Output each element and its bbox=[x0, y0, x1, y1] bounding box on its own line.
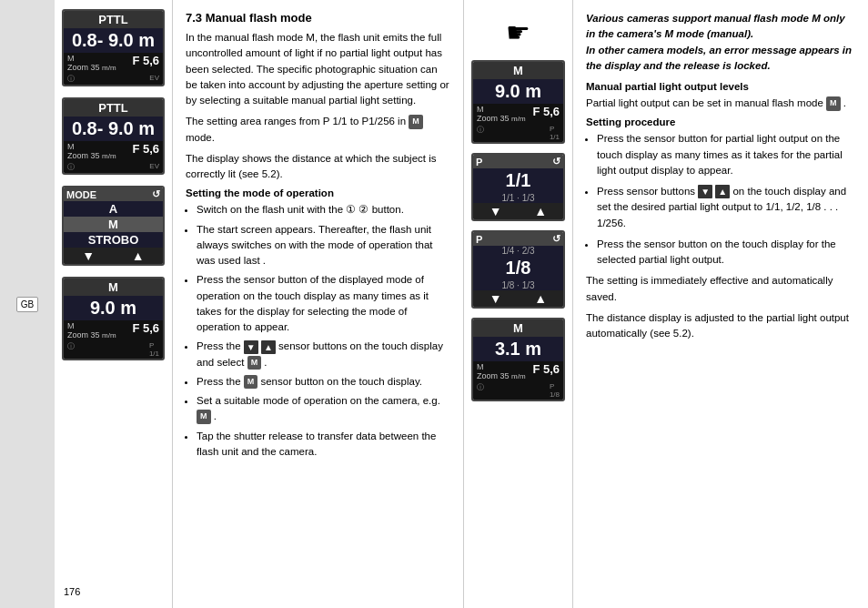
section-range: The setting area ranges from P 1/1 to P1… bbox=[186, 114, 450, 146]
m-right-bottom-bottom: MZoom 35 m/m F 5,6 bbox=[473, 361, 563, 381]
p-partial-2-arrows[interactable]: ▼ ▲ bbox=[473, 290, 563, 307]
pttl-1-display: 0.8- 9.0 m bbox=[64, 28, 163, 53]
right-step-1: Press the sensor button for partial ligh… bbox=[597, 131, 855, 178]
m-right-top-bottom: MZoom 35 m/m F 5,6 bbox=[473, 104, 563, 124]
p2-up-arrow[interactable]: ▲ bbox=[534, 291, 547, 306]
pttl-1-distance: 0.8- 9.0 m bbox=[64, 28, 163, 53]
m-mode-badge: M bbox=[409, 115, 423, 129]
device-m-left: M 9.0 m MZoom 35 m/m F 5,6 ⓘ P1/1 bbox=[62, 277, 165, 360]
pttl-1-aperture: F 5,6 bbox=[132, 54, 159, 72]
up-arrow-inline: ▲ bbox=[261, 340, 276, 354]
pttl-2-info-icon: ⓘ bbox=[67, 162, 75, 172]
mode-a: A bbox=[64, 201, 163, 217]
pttl-1-ev: EV bbox=[149, 74, 159, 84]
pttl-1-bottom: MZoom 35 m/m F 5,6 bbox=[64, 53, 163, 73]
left-sidebar: GB bbox=[0, 0, 55, 608]
right-step-2: Press sensor buttons ▼ ▲ on the touch di… bbox=[597, 184, 855, 231]
m-left-partial: P1/1 bbox=[149, 341, 159, 358]
mode-display: A M STROBO bbox=[64, 201, 163, 248]
m-right-top-partial: P1/1 bbox=[550, 125, 560, 141]
pttl-1-zoom: MZoom 35 m/m bbox=[67, 54, 116, 72]
device-pttl-1: PTTL 0.8- 9.0 m MZoom 35 m/m F 5,6 ⓘ EV bbox=[62, 9, 165, 86]
manual-text: Partial light output can be set in manua… bbox=[586, 96, 855, 111]
mode-back-icon: ↺ bbox=[152, 188, 160, 200]
pttl-1-info-icon: ⓘ bbox=[67, 74, 75, 84]
mode-arrows[interactable]: ▼ ▲ bbox=[64, 248, 163, 264]
m-right-bottom-display: 3.1 m bbox=[473, 337, 563, 361]
gb-label: GB bbox=[16, 297, 38, 312]
m-badge-manual: M bbox=[826, 96, 841, 111]
m-right-top-label: M bbox=[473, 62, 563, 79]
m-right-top-distance: 9.0 m bbox=[473, 79, 563, 104]
pttl-2-bottom: MZoom 35 m/m F 5,6 bbox=[64, 141, 163, 161]
p-partial-1-topbar: P ↺ bbox=[473, 155, 563, 168]
m-camera-badge: M bbox=[197, 410, 211, 424]
m-left-zoom: MZoom 35 m/m bbox=[67, 321, 116, 339]
p-partial-2-val: 1/8 bbox=[473, 256, 563, 280]
device-mode: MODE ↺ A M STROBO ▼ ▲ bbox=[62, 186, 165, 266]
m-left-bottom: MZoom 35 m/m F 5,6 bbox=[64, 320, 163, 340]
p-partial-2-bottom-range: 1/8 · 1/3 bbox=[473, 280, 563, 290]
pttl-label-2: PTTL bbox=[64, 99, 163, 117]
m-left-aperture: F 5,6 bbox=[132, 321, 159, 339]
right-devices-column: ☛ M 9.0 m MZoom 35 m/m F 5,6 ⓘ P1/1 P ↺ … bbox=[464, 0, 573, 608]
m-right-bottom-zoom: MZoom 35 m/m bbox=[477, 362, 526, 380]
device-p-partial-2: P ↺ 1/4 · 2/3 1/8 1/8 · 1/3 ▼ ▲ bbox=[471, 230, 565, 309]
m-right-bottom-partial: P1/8 bbox=[550, 382, 560, 399]
setting-procedure-heading: Setting procedure bbox=[586, 117, 855, 127]
section-title: 7.3 Manual flash mode bbox=[186, 11, 450, 25]
pttl-2-display: 0.8- 9.0 m bbox=[64, 117, 163, 141]
device-p-partial-1: P ↺ 1/1 1/1 · 1/3 ▼ ▲ bbox=[471, 153, 565, 221]
pttl-2-distance: 0.8- 9.0 m bbox=[64, 117, 163, 141]
p-partial-2-topbar: P ↺ bbox=[473, 232, 563, 246]
m-right-bottom-label: M bbox=[473, 319, 563, 337]
setting-steps-list: Switch on the flash unit with the ① ② bu… bbox=[186, 202, 450, 460]
device-pttl-2: PTTL 0.8- 9.0 m MZoom 35 m/m F 5,6 ⓘ EV bbox=[62, 97, 165, 175]
p-partial-1-display: 1/1 1/1 · 1/3 bbox=[473, 168, 563, 203]
m-right-top-aperture: F 5,6 bbox=[532, 105, 560, 123]
m-left-label: M bbox=[64, 279, 163, 296]
italic-block: Various cameras support manual flash mod… bbox=[586, 11, 855, 74]
p1-up-arrow[interactable]: ▲ bbox=[534, 204, 547, 218]
m-left-info: ⓘ P1/1 bbox=[64, 340, 163, 359]
step-5: Press the M sensor button on the touch d… bbox=[197, 374, 450, 390]
p-partial-2-top-range: 1/4 · 2/3 bbox=[473, 246, 563, 256]
distance-text: The distance display is adjusted to the … bbox=[586, 310, 855, 342]
m-select-badge: M bbox=[247, 356, 262, 370]
p-partial-2-back: ↺ bbox=[552, 233, 560, 245]
m-left-info-icon: ⓘ bbox=[67, 341, 75, 358]
step-7: Tap the shutter release to transfer data… bbox=[197, 429, 450, 461]
p-partial-1-back: ↺ bbox=[552, 156, 560, 167]
manual-heading: Manual partial light output levels bbox=[586, 81, 855, 92]
right-down-arrow: ▼ bbox=[698, 185, 712, 198]
m-left-distance: 9.0 m bbox=[64, 296, 163, 320]
p-partial-1-arrows[interactable]: ▼ ▲ bbox=[473, 203, 563, 219]
mode-up-arrow[interactable]: ▲ bbox=[132, 248, 145, 263]
right-step-3: Press the sensor button on the touch dis… bbox=[597, 237, 855, 269]
p-partial-1-range: 1/1 · 1/3 bbox=[473, 193, 563, 203]
down-arrow-inline: ▼ bbox=[244, 340, 258, 354]
device-m-right-top: M 9.0 m MZoom 35 m/m F 5,6 ⓘ P1/1 bbox=[471, 60, 565, 144]
p1-down-arrow[interactable]: ▼ bbox=[490, 204, 502, 218]
section-intro: In the manual flash mode M, the flash un… bbox=[186, 30, 450, 108]
mode-m: M bbox=[64, 217, 163, 232]
page-number: 176 bbox=[64, 586, 80, 597]
mode-down-arrow[interactable]: ▼ bbox=[82, 248, 95, 263]
p2-down-arrow[interactable]: ▼ bbox=[490, 291, 502, 306]
m-right-top-info: ⓘ P1/1 bbox=[473, 124, 563, 142]
pttl-2-info: ⓘ EV bbox=[64, 161, 163, 173]
m-right-top-info-icon: ⓘ bbox=[477, 125, 484, 141]
m-left-display: 9.0 m bbox=[64, 296, 163, 320]
p-partial-2-display: 1/4 · 2/3 1/8 1/8 · 1/3 bbox=[473, 246, 563, 290]
setting-heading: Setting the mode of operation bbox=[186, 187, 450, 198]
auto-text: The setting is immediately effective and… bbox=[586, 273, 855, 305]
m-right-top-display: 9.0 m bbox=[473, 79, 563, 104]
m-press-badge: M bbox=[244, 375, 258, 390]
section-display-text: The display shows the distance at which … bbox=[186, 151, 450, 183]
hand-panel: ☛ bbox=[471, 9, 565, 55]
p-partial-1-val: 1/1 bbox=[473, 168, 563, 193]
m-right-bottom-info: ⓘ P1/8 bbox=[473, 381, 563, 400]
left-devices-column: PTTL 0.8- 9.0 m MZoom 35 m/m F 5,6 ⓘ EV … bbox=[55, 0, 173, 608]
right-text-column: Various cameras support manual flash mod… bbox=[573, 0, 868, 608]
p-partial-2-label: P bbox=[476, 234, 482, 245]
